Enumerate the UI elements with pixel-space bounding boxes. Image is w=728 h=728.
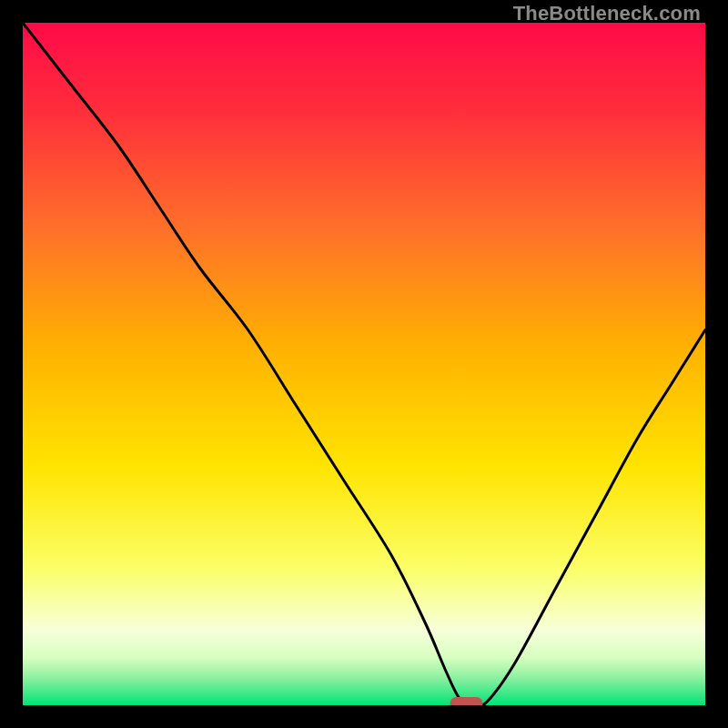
bottleneck-chart [23, 23, 705, 705]
chart-frame: TheBottleneck.com [0, 0, 728, 728]
gradient-background [23, 23, 705, 705]
minimum-marker [450, 697, 483, 705]
plot-area [23, 23, 705, 705]
